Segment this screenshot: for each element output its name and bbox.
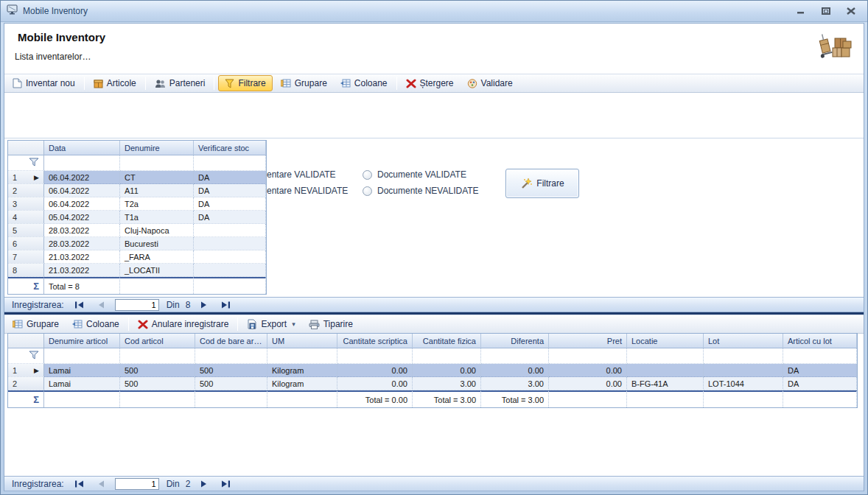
column-header[interactable]: Cod articol [120, 334, 195, 348]
filter-cell[interactable] [195, 348, 267, 364]
total-cell [120, 390, 195, 407]
minimize-button[interactable] [794, 6, 808, 16]
close-button[interactable] [844, 6, 858, 16]
row-number-cell: 1▶ [8, 171, 44, 184]
filter-cell[interactable] [783, 348, 857, 364]
column-header[interactable]: Verificare stoc [194, 141, 266, 155]
column-header[interactable]: Cantitate scriptica [337, 334, 413, 348]
group-button[interactable]: Grupare [274, 74, 334, 92]
panel-divider [4, 138, 864, 138]
table-cell: 3.00 [481, 377, 549, 390]
last-record-button[interactable] [218, 301, 234, 309]
column-header[interactable]: Diferenta [481, 334, 549, 348]
new-document-icon [13, 78, 22, 88]
radio-documente-nevalidate[interactable]: Documente NEVALIDATE [363, 186, 479, 196]
column-header[interactable]: Denumire [120, 141, 194, 155]
filter-cell[interactable] [704, 348, 783, 364]
total-cell [549, 390, 627, 407]
apply-filter-button[interactable]: Filtrare [505, 169, 579, 198]
filter-cell[interactable] [413, 348, 481, 364]
column-header[interactable]: Cantitate fizica [413, 334, 481, 348]
validate-button[interactable]: Validare [461, 74, 519, 92]
new-inventory-button[interactable]: Inventar nou [6, 74, 82, 92]
partners-button[interactable]: Parteneri [148, 74, 212, 92]
column-header[interactable]: UM [267, 334, 337, 348]
table-row[interactable]: 1▶Lamai500500Kilogram0.000.000.000.00DA [8, 364, 857, 377]
next-record-button[interactable] [197, 480, 211, 488]
delete-button[interactable]: Ștergere [399, 74, 461, 92]
first-record-button[interactable] [71, 301, 87, 309]
table-cell: 28.03.2022 [44, 224, 120, 237]
filter-cell[interactable] [120, 155, 194, 171]
of-label: Din [167, 300, 180, 310]
column-header[interactable]: Cod de bare art… [195, 334, 267, 348]
radio-documente-validate[interactable]: Documente VALIDATE [363, 169, 466, 180]
column-header[interactable]: Articol cu lot [783, 334, 857, 348]
table-cell [194, 224, 266, 237]
export-button[interactable]: Export ▾ [240, 315, 301, 333]
grid-header-row: Denumire articolCod articolCod de bare a… [8, 334, 857, 348]
detail-group-button[interactable]: Grupare [6, 315, 66, 333]
filter-cell[interactable] [267, 348, 337, 364]
toolbar-separator [214, 77, 214, 90]
filter-cell[interactable] [549, 348, 627, 364]
detail-grid[interactable]: Denumire articolCod articolCod de bare a… [7, 333, 858, 408]
table-row[interactable]: 528.03.2022Cluj-Napoca [8, 224, 266, 237]
column-header[interactable]: Locatie [627, 334, 704, 348]
next-record-button[interactable] [197, 301, 211, 309]
detail-columns-button[interactable]: Coloane [66, 315, 126, 333]
table-row[interactable]: 821.03.2022_LOCATII [8, 264, 266, 277]
sigma-icon: Σ [8, 390, 44, 407]
columns-grid-icon [340, 79, 351, 88]
filter-row[interactable] [8, 348, 857, 364]
previous-record-button[interactable] [94, 480, 108, 488]
filter-cell[interactable] [481, 348, 549, 364]
table-cell: 500 [120, 364, 195, 377]
row-number-cell: 2 [8, 184, 44, 197]
cancel-record-button[interactable]: Anulare inregistrare [131, 315, 236, 333]
total-cell [267, 390, 337, 407]
table-cell: Lamai [44, 377, 120, 390]
column-header[interactable]: Lot [704, 334, 783, 348]
column-header[interactable]: Pret [549, 334, 627, 348]
column-header[interactable]: Denumire articol [44, 334, 120, 348]
toolbar-separator [396, 77, 397, 90]
table-row[interactable]: 405.04.2022T1aDA [8, 211, 266, 224]
print-button[interactable]: Tiparire [302, 315, 360, 333]
filter-cell[interactable] [194, 155, 266, 171]
filter-cell[interactable] [44, 155, 120, 171]
table-cell: 0.00 [481, 364, 549, 377]
table-row[interactable]: 628.03.2022Bucuresti [8, 237, 266, 250]
table-row[interactable]: 306.04.2022T2aDA [8, 197, 266, 211]
row-number-cell: 8 [8, 264, 44, 277]
filter-cell[interactable] [627, 348, 704, 364]
filter-button[interactable]: Filtrare [218, 75, 272, 91]
table-row[interactable]: 721.03.2022_FARA [8, 250, 266, 264]
filter-row[interactable] [8, 155, 266, 171]
last-record-button[interactable] [218, 480, 234, 488]
row-number-cell: 1▶ [8, 364, 44, 377]
table-cell: 06.04.2022 [44, 171, 120, 184]
record-number-input[interactable] [115, 299, 159, 311]
table-cell: _FARA [120, 250, 194, 264]
table-cell: 0.00 [413, 364, 481, 377]
table-row[interactable]: 206.04.2022A11DA [8, 184, 266, 197]
maximize-button[interactable] [819, 6, 833, 16]
column-header[interactable]: Data [44, 141, 120, 155]
first-record-button[interactable] [71, 480, 87, 488]
page-subtitle: Lista inventarelor… [15, 52, 91, 62]
filter-cell[interactable] [120, 348, 195, 364]
filter-cell[interactable] [337, 348, 413, 364]
inventory-grid[interactable]: DataDenumireVerificare stoc1▶06.04.2022C… [7, 140, 267, 295]
export-dropdown-caret-icon[interactable]: ▾ [292, 320, 295, 328]
row-number-cell: 6 [8, 237, 44, 250]
table-row[interactable]: 1▶06.04.2022CTDA [8, 171, 266, 184]
toolbar-separator [128, 317, 129, 331]
filter-cell[interactable] [44, 348, 120, 364]
articles-button[interactable]: Articole [87, 74, 143, 92]
table-cell: 0.00 [549, 377, 627, 390]
previous-record-button[interactable] [94, 301, 108, 309]
record-number-input[interactable] [115, 478, 159, 490]
columns-button[interactable]: Coloane [334, 74, 394, 92]
table-row[interactable]: 2Lamai500500Kilogram0.003.003.000.00B-FG… [8, 377, 857, 390]
